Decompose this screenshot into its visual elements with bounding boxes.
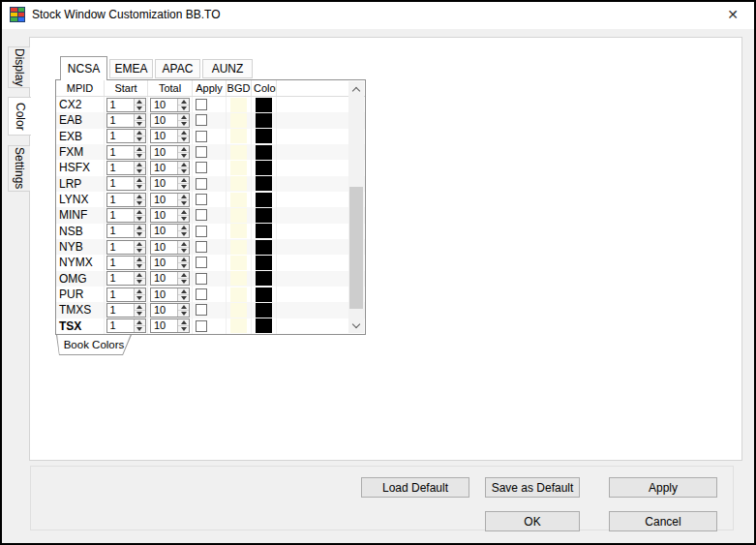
apply-checkbox[interactable] <box>196 304 207 316</box>
load-default-button[interactable]: Load Default <box>361 477 469 498</box>
color-swatch[interactable] <box>256 176 272 191</box>
total-spinner-up-button[interactable] <box>178 319 189 326</box>
start-spinner-down-button[interactable] <box>135 263 145 269</box>
total-spinner-up-button[interactable] <box>178 177 189 184</box>
bgd-swatch[interactable] <box>230 208 247 223</box>
bgd-swatch[interactable] <box>230 318 247 333</box>
total-spinner-up-button[interactable] <box>178 288 189 295</box>
total-spinner-down-button[interactable] <box>178 216 189 222</box>
start-spinner[interactable]: 1 <box>106 224 146 238</box>
start-spinner-up-button[interactable] <box>135 225 145 231</box>
apply-checkbox[interactable] <box>196 194 207 205</box>
start-spinner-up-button[interactable] <box>135 194 145 200</box>
start-spinner-up-button[interactable] <box>135 272 145 279</box>
apply-checkbox[interactable] <box>196 320 207 332</box>
start-spinner-up-button[interactable] <box>135 241 145 248</box>
start-spinner-up-button[interactable] <box>135 209 145 216</box>
total-spinner[interactable]: 10 <box>150 240 190 255</box>
title-bar[interactable]: Stock Window Customization BB.TO ✕ <box>0 0 756 29</box>
start-spinner[interactable]: 1 <box>106 113 146 128</box>
bgd-swatch[interactable] <box>230 303 247 318</box>
start-spinner-down-button[interactable] <box>135 153 145 159</box>
start-spinner[interactable]: 1 <box>106 193 146 207</box>
color-swatch[interactable] <box>256 129 272 143</box>
start-spinner[interactable]: 1 <box>106 208 146 223</box>
total-spinner-down-button[interactable] <box>178 106 189 111</box>
start-spinner-down-button[interactable] <box>135 279 145 285</box>
apply-button[interactable]: Apply <box>609 477 717 498</box>
total-spinner-up-button[interactable] <box>178 162 189 168</box>
bgd-swatch[interactable] <box>230 271 247 286</box>
start-spinner-up-button[interactable] <box>135 99 145 106</box>
ok-button[interactable]: OK <box>485 511 580 531</box>
bgd-swatch[interactable] <box>230 129 247 143</box>
tab-ncsa[interactable]: NCSA <box>60 56 107 80</box>
start-spinner-up-button[interactable] <box>135 162 145 168</box>
bgd-swatch[interactable] <box>230 113 247 128</box>
start-spinner[interactable]: 1 <box>106 256 146 270</box>
color-swatch[interactable] <box>256 145 272 160</box>
start-spinner[interactable]: 1 <box>106 161 146 175</box>
total-spinner[interactable]: 10 <box>150 129 190 143</box>
total-spinner-down-button[interactable] <box>178 231 189 237</box>
total-spinner-up-button[interactable] <box>178 114 189 121</box>
color-swatch[interactable] <box>256 318 272 333</box>
start-spinner[interactable]: 1 <box>106 318 146 333</box>
total-spinner-down-button[interactable] <box>178 121 189 127</box>
total-spinner-up-button[interactable] <box>178 304 189 311</box>
color-swatch[interactable] <box>256 113 272 128</box>
start-spinner-down-button[interactable] <box>135 326 145 332</box>
total-spinner-down-button[interactable] <box>178 263 189 269</box>
apply-checkbox[interactable] <box>196 131 207 142</box>
close-button[interactable]: ✕ <box>715 0 750 29</box>
bgd-swatch[interactable] <box>230 256 247 270</box>
tab-display[interactable]: Display <box>8 46 30 88</box>
start-spinner-down-button[interactable] <box>135 216 145 222</box>
start-spinner[interactable]: 1 <box>106 98 146 112</box>
total-spinner-down-button[interactable] <box>178 184 189 190</box>
bgd-swatch[interactable] <box>230 161 247 175</box>
start-spinner[interactable]: 1 <box>106 240 146 255</box>
tab-aunz[interactable]: AUNZ <box>202 59 253 78</box>
start-spinner-up-button[interactable] <box>135 288 145 295</box>
apply-checkbox[interactable] <box>196 273 207 285</box>
total-spinner-up-button[interactable] <box>178 241 189 248</box>
total-spinner[interactable]: 10 <box>150 176 190 191</box>
start-spinner-down-button[interactable] <box>135 168 145 174</box>
cancel-button[interactable]: Cancel <box>609 511 717 531</box>
total-spinner[interactable]: 10 <box>150 113 190 128</box>
start-spinner[interactable]: 1 <box>106 288 146 302</box>
apply-checkbox[interactable] <box>196 162 207 173</box>
color-swatch[interactable] <box>256 193 272 207</box>
total-spinner-down-button[interactable] <box>178 200 189 206</box>
start-spinner-up-button[interactable] <box>135 146 145 153</box>
apply-checkbox[interactable] <box>196 178 207 190</box>
start-spinner-up-button[interactable] <box>135 114 145 121</box>
bgd-swatch[interactable] <box>230 224 247 238</box>
total-spinner[interactable]: 10 <box>150 161 190 175</box>
start-spinner-up-button[interactable] <box>135 257 145 263</box>
start-spinner-down-button[interactable] <box>135 136 145 142</box>
color-swatch[interactable] <box>256 208 272 223</box>
start-spinner-up-button[interactable] <box>135 304 145 311</box>
total-spinner-down-button[interactable] <box>178 168 189 174</box>
apply-checkbox[interactable] <box>196 146 207 158</box>
start-spinner-down-button[interactable] <box>135 184 145 190</box>
start-spinner-up-button[interactable] <box>135 130 145 136</box>
start-spinner[interactable]: 1 <box>106 145 146 160</box>
bgd-swatch[interactable] <box>230 240 247 255</box>
start-spinner-up-button[interactable] <box>135 177 145 184</box>
apply-checkbox[interactable] <box>196 99 207 110</box>
tab-settings[interactable]: Settings <box>8 145 30 192</box>
total-spinner-up-button[interactable] <box>178 225 189 231</box>
mpid-vertical-scrollbar[interactable] <box>348 81 364 333</box>
total-spinner[interactable]: 10 <box>150 208 190 223</box>
scroll-up-arrow[interactable] <box>348 81 364 97</box>
color-swatch[interactable] <box>256 224 272 238</box>
apply-checkbox[interactable] <box>196 257 207 268</box>
total-spinner-up-button[interactable] <box>178 99 189 106</box>
start-spinner-down-button[interactable] <box>135 311 145 317</box>
total-spinner-down-button[interactable] <box>178 295 189 301</box>
total-spinner-up-button[interactable] <box>178 272 189 279</box>
start-spinner-up-button[interactable] <box>135 319 145 326</box>
